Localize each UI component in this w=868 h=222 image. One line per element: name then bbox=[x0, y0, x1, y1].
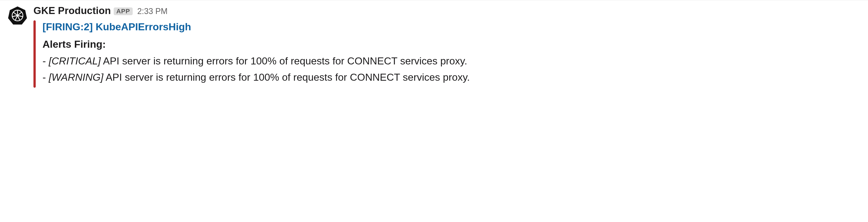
app-badge: APP bbox=[114, 7, 133, 15]
sender-name[interactable]: GKE Production bbox=[33, 5, 111, 16]
avatar[interactable] bbox=[8, 6, 27, 25]
alert-attachment: [FIRING:2] KubeAPIErrorsHigh Alerts Firi… bbox=[33, 20, 868, 88]
severity-label: [CRITICAL] bbox=[49, 55, 101, 67]
alert-title-link[interactable]: [FIRING:2] KubeAPIErrorsHigh bbox=[42, 20, 571, 34]
message-header: GKE Production APP 2:33 PM bbox=[33, 5, 868, 16]
attachment-body: [FIRING:2] KubeAPIErrorsHigh Alerts Firi… bbox=[42, 20, 571, 88]
severity-label: [WARNING] bbox=[49, 71, 103, 83]
alert-text: API server is returning errors for 100% … bbox=[103, 71, 470, 83]
top-divider bbox=[0, 0, 868, 0]
timestamp[interactable]: 2:33 PM bbox=[137, 6, 167, 16]
alerts-heading: Alerts Firing: bbox=[42, 37, 571, 52]
alert-item: - [CRITICAL] API server is returning err… bbox=[42, 53, 571, 69]
alert-text: API server is returning errors for 100% … bbox=[101, 55, 467, 67]
kubernetes-icon bbox=[8, 6, 27, 25]
attachment-bar bbox=[33, 20, 36, 88]
message-content: GKE Production APP 2:33 PM [FIRING:2] Ku… bbox=[33, 4, 868, 88]
slack-message: GKE Production APP 2:33 PM [FIRING:2] Ku… bbox=[0, 0, 868, 88]
alert-item: - [WARNING] API server is returning erro… bbox=[42, 69, 571, 86]
